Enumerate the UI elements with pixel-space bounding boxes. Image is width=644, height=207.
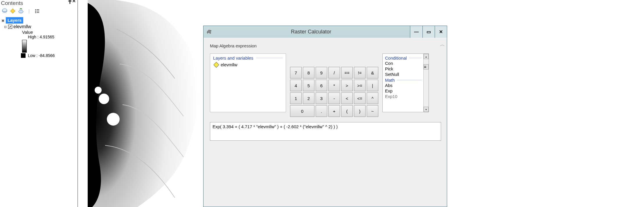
key-gte[interactable]: >= <box>354 80 366 91</box>
svg-point-10 <box>99 94 109 104</box>
gradient-swatch <box>22 40 27 53</box>
value-heading: Value <box>22 30 76 35</box>
group-math: Math <box>385 77 423 83</box>
key-6[interactable]: 6 <box>316 80 327 91</box>
func-setnull[interactable]: SetNull <box>385 72 423 77</box>
func-exp10[interactable]: Exp10 <box>385 94 423 99</box>
key-lt[interactable]: < <box>341 92 353 104</box>
layers-variables-box: Layers and variables elevmllw <box>210 53 286 112</box>
hammer-icon <box>206 29 212 35</box>
key-3[interactable]: 3 <box>316 92 327 104</box>
expression-text: Exp( 3.394 + ( 4.717 * "elevmllw" ) + ( … <box>213 124 338 129</box>
key-pow[interactable]: ^ <box>367 92 378 104</box>
key-gt[interactable]: > <box>341 80 353 91</box>
func-pick[interactable]: Pick <box>385 66 423 72</box>
collapse-toggle[interactable]: ▣ <box>1 19 5 22</box>
key-1[interactable]: 1 <box>290 92 302 104</box>
svg-rect-4 <box>35 9 36 10</box>
func-con[interactable]: Con <box>385 60 423 66</box>
svg-rect-5 <box>37 9 39 10</box>
key-0[interactable]: 0 <box>290 105 314 117</box>
dialog-title: Raster Calculator <box>212 29 410 35</box>
group-conditional: Conditional <box>385 55 423 60</box>
table-of-contents-panel: e Of Contents ╋ ✕ | ▣ Layers ⊟ ✔ elevmll… <box>0 0 78 207</box>
key-and[interactable]: & <box>367 67 378 78</box>
key-4[interactable]: 4 <box>290 80 302 91</box>
key-2[interactable]: 2 <box>303 92 314 104</box>
layer-list-item[interactable]: elevmllw <box>213 62 283 67</box>
gradient-low-swatch <box>21 53 26 58</box>
list-by-visibility-icon[interactable] <box>18 8 24 14</box>
key-eq[interactable]: == <box>341 67 353 78</box>
svg-point-11 <box>95 87 102 94</box>
svg-rect-6 <box>35 11 36 12</box>
scroll-thumb[interactable]: ≡ <box>424 64 429 69</box>
key-lte[interactable]: <= <box>354 92 366 104</box>
gradient-high-swatch <box>21 35 26 39</box>
dialog-titlebar[interactable]: Raster Calculator — ▭ ✕ <box>204 26 447 38</box>
options-icon[interactable] <box>34 8 40 14</box>
expression-textbox[interactable]: Exp( 3.394 + ( 4.717 * "elevmllw" ) + ( … <box>210 122 441 141</box>
scroll-track[interactable]: ≡ <box>424 59 429 107</box>
key-rparen[interactable]: ) <box>354 105 366 117</box>
key-dot[interactable]: . <box>316 105 327 117</box>
layer-visibility-checkbox[interactable]: ✔ <box>8 25 12 29</box>
layers-root-node[interactable]: Layers <box>6 17 23 24</box>
layer-item-label: elevmllw <box>221 62 238 67</box>
key-plus[interactable]: + <box>328 105 340 117</box>
low-label: Low : -84.8566 <box>28 53 55 58</box>
expression-section-label: Map Algebra expression <box>210 43 441 48</box>
key-5[interactable]: 5 <box>303 80 314 91</box>
scroll-down-button[interactable]: ▾ <box>424 107 429 112</box>
key-multiply[interactable]: * <box>328 80 340 91</box>
key-divide[interactable]: / <box>328 67 340 78</box>
collapse-toggle[interactable]: ⊟ <box>3 25 7 29</box>
list-by-drawing-order-icon[interactable] <box>2 8 8 14</box>
close-icon[interactable]: ✕ <box>72 0 76 4</box>
key-or[interactable]: | <box>367 80 378 91</box>
toc-tree: ▣ Layers ⊟ ✔ elevmllw Value High : 4.915… <box>0 15 77 60</box>
minimize-button[interactable]: — <box>410 26 422 38</box>
scroll-up-button[interactable]: ▴ <box>424 54 429 59</box>
layers-variables-title: Layers and variables <box>213 56 283 60</box>
svg-rect-8 <box>35 12 36 13</box>
toc-header: e Of Contents ╋ ✕ <box>0 0 77 7</box>
close-button[interactable]: ✕ <box>435 26 447 38</box>
svg-point-1 <box>2 9 7 12</box>
key-7[interactable]: 7 <box>290 67 302 78</box>
key-8[interactable]: 8 <box>303 67 314 78</box>
scroll-up-icon[interactable]: ︿ <box>440 41 445 48</box>
funcbox-scrollbar[interactable]: ▴ ≡ ▾ <box>423 54 429 112</box>
raster-layer-icon <box>213 62 219 68</box>
key-minus[interactable]: - <box>328 92 340 104</box>
pin-icon[interactable]: ╋ <box>69 0 71 4</box>
toolbar-separator: | <box>26 8 32 14</box>
func-exp[interactable]: Exp <box>385 88 423 94</box>
raster-calculator-dialog: Raster Calculator — ▭ ✕ ︿ Map Algebra ex… <box>203 26 447 207</box>
maximize-button[interactable]: ▭ <box>422 26 435 38</box>
key-lparen[interactable]: ( <box>341 105 353 117</box>
svg-point-3 <box>19 10 23 13</box>
func-abs[interactable]: Abs <box>385 83 423 88</box>
high-label: High : 4.91565 <box>28 35 54 39</box>
svg-rect-7 <box>37 11 39 11</box>
key-9[interactable]: 9 <box>316 67 327 78</box>
operator-keypad: 7 8 9 / == != & 4 5 6 * > >= | 1 2 3 - <… <box>290 53 378 117</box>
svg-point-12 <box>107 113 120 126</box>
key-not[interactable]: ~ <box>367 105 378 117</box>
layer-name[interactable]: elevmllw <box>13 24 31 29</box>
toc-toolbar: | <box>0 7 77 15</box>
list-by-source-icon[interactable] <box>10 8 16 14</box>
key-neq[interactable]: != <box>354 67 366 78</box>
svg-rect-9 <box>37 12 39 13</box>
svg-marker-2 <box>10 9 15 13</box>
toc-title: e Of Contents <box>0 0 23 6</box>
function-list: Conditional Con Pick SetNull Math Abs Ex… <box>382 53 429 112</box>
window-buttons: — ▭ ✕ <box>410 26 447 38</box>
